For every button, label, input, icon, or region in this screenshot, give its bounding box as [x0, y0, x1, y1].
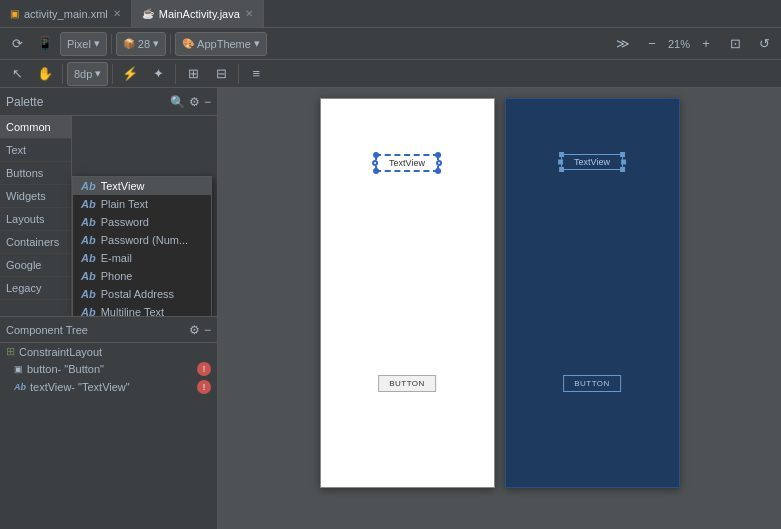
guidelines-button[interactable]: ⚡ — [117, 62, 143, 86]
comp-tree-textview[interactable]: Ab textView- "TextView" ! — [0, 378, 217, 396]
palette-cat-buttons[interactable]: Buttons — [0, 162, 71, 185]
constraint-layout-icon: ⊞ — [6, 345, 15, 358]
design-canvas[interactable]: TextView BUTTON TextView BUTTON — [218, 88, 781, 529]
api-icon: 📦 — [123, 38, 135, 49]
api-dropdown[interactable]: 📦 28 ▾ — [116, 32, 166, 56]
comp-tree-constraint-layout[interactable]: ⊞ ConstraintLayout — [0, 343, 217, 360]
handle-mr[interactable] — [436, 160, 442, 166]
orientation-button[interactable]: ⟳ — [4, 32, 30, 56]
handle-dark-tl[interactable] — [559, 152, 564, 157]
xml-file-icon: ▣ — [10, 8, 19, 19]
handle-br[interactable] — [435, 168, 441, 174]
tab-activity-main-xml[interactable]: ▣ activity_main.xml ✕ — [0, 0, 132, 27]
password-icon: Ab — [81, 216, 96, 228]
toolbar2-sep4 — [238, 64, 239, 84]
handle-dark-tr[interactable] — [620, 152, 625, 157]
comp-tree-settings-icon[interactable]: ⚙ — [189, 323, 200, 337]
margin-dropdown[interactable]: 8dp ▾ — [67, 62, 108, 86]
postal-icon: Ab — [81, 288, 96, 300]
device-dropdown[interactable]: Pixel ▾ — [60, 32, 107, 56]
palette-item-label: TextView — [101, 180, 145, 192]
zoom-out-button[interactable]: − — [639, 32, 665, 56]
device-type-button[interactable]: 📱 — [32, 32, 58, 56]
format-button[interactable]: ≡ — [243, 62, 269, 86]
palette-cat-layouts[interactable]: Layouts — [0, 208, 71, 231]
palette-cat-google[interactable]: Google — [0, 254, 71, 277]
palette-item-label: Multiline Text — [101, 306, 164, 316]
tab-mainactivity-java[interactable]: ☕ MainActivity.java ✕ — [132, 0, 264, 27]
tab-label: activity_main.xml — [24, 8, 108, 20]
palette-cat-widgets[interactable]: Widgets — [0, 185, 71, 208]
handle-tr[interactable] — [435, 152, 441, 158]
api-dropdown-arrow: ▾ — [153, 37, 159, 50]
palette-item-plaintext[interactable]: Ab Plain Text — [73, 195, 211, 213]
palette-item-phone[interactable]: Ab Phone — [73, 267, 211, 285]
secondary-toolbar: ↖ ✋ 8dp ▾ ⚡ ✦ ⊞ ⊟ ≡ — [0, 60, 781, 88]
palette-cat-legacy[interactable]: Legacy — [0, 277, 71, 300]
fit-screen-button[interactable]: ⊡ — [722, 32, 748, 56]
canvas-button-dark[interactable]: BUTTON — [563, 375, 621, 392]
textview-error-badge: ! — [197, 380, 211, 394]
tab-close-icon[interactable]: ✕ — [113, 8, 121, 19]
palette-item-password-num[interactable]: Ab Password (Num... — [73, 231, 211, 249]
infer-constraints-button[interactable]: ✦ — [145, 62, 171, 86]
theme-icon: 🎨 — [182, 38, 194, 49]
refresh-button[interactable]: ↺ — [751, 32, 777, 56]
theme-dropdown[interactable]: 🎨 AppTheme ▾ — [175, 32, 267, 56]
palette-cat-containers[interactable]: Containers — [0, 231, 71, 254]
tab-close-icon[interactable]: ✕ — [245, 8, 253, 19]
theme-dropdown-label: AppTheme — [197, 38, 251, 50]
toolbar2-sep2 — [112, 64, 113, 84]
textview-item-label: textView- "TextView" — [30, 381, 130, 393]
main-toolbar: ⟳ 📱 Pixel ▾ 📦 28 ▾ 🎨 AppTheme ▾ ≫ − 21% … — [0, 28, 781, 60]
palette-item-multiline[interactable]: Ab Multiline Text — [73, 303, 211, 316]
palette-section: Palette 🔍 ⚙ − Common Text Buttons Widget… — [0, 88, 217, 316]
textview-item-icon: Ab — [14, 382, 26, 392]
palette-item-label: Password — [101, 216, 149, 228]
palette-item-email[interactable]: Ab E-mail — [73, 249, 211, 267]
palette-items-dropdown: Ab TextView Ab Plain Text Ab Password — [72, 176, 212, 316]
zoom-in-button[interactable]: + — [693, 32, 719, 56]
main-area: Palette 🔍 ⚙ − Common Text Buttons Widget… — [0, 88, 781, 529]
button-item-icon: ▣ — [14, 364, 23, 374]
palette-search-icon[interactable]: 🔍 — [170, 95, 185, 109]
handle-tl[interactable] — [373, 152, 379, 158]
palette-header: Palette 🔍 ⚙ − — [0, 88, 217, 116]
pan-mode-button[interactable]: ✋ — [32, 62, 58, 86]
distribute-button[interactable]: ⊟ — [208, 62, 234, 86]
canvas-textview-light-label: TextView — [389, 158, 425, 168]
palette-item-textview[interactable]: Ab TextView — [73, 177, 211, 195]
api-dropdown-label: 28 — [138, 38, 150, 50]
dark-phone-frame: TextView BUTTON — [505, 98, 680, 488]
palette-cat-common[interactable]: Common — [0, 116, 71, 139]
device-dropdown-arrow: ▾ — [94, 37, 100, 50]
select-mode-button[interactable]: ↖ — [4, 62, 30, 86]
multiline-icon: Ab — [81, 306, 96, 316]
canvas-textview-light[interactable]: TextView — [375, 154, 439, 172]
comp-tree-button[interactable]: ▣ button- "Button" ! — [0, 360, 217, 378]
palette-item-label: Password (Num... — [101, 234, 188, 246]
handle-dark-mr[interactable] — [621, 160, 626, 165]
palette-items-scroll[interactable]: Ab TextView Ab Plain Text Ab Password — [73, 177, 211, 316]
component-tree-title: Component Tree — [6, 324, 189, 336]
palette-item-postal[interactable]: Ab Postal Address — [73, 285, 211, 303]
handle-bl[interactable] — [373, 168, 379, 174]
comp-tree-collapse-icon[interactable]: − — [204, 323, 211, 337]
handle-dark-bl[interactable] — [559, 167, 564, 172]
canvas-button-light[interactable]: BUTTON — [378, 375, 436, 392]
palette-cat-text[interactable]: Text — [0, 139, 71, 162]
handle-dark-br[interactable] — [620, 167, 625, 172]
more-options-button[interactable]: ≫ — [610, 32, 636, 56]
canvas-textview-dark-label: TextView — [574, 157, 610, 167]
handle-ml[interactable] — [372, 160, 378, 166]
palette-item-password[interactable]: Ab Password — [73, 213, 211, 231]
palette-collapse-icon[interactable]: − — [204, 95, 211, 109]
handle-dark-ml[interactable] — [558, 160, 563, 165]
palette-settings-icon[interactable]: ⚙ — [189, 95, 200, 109]
align-button[interactable]: ⊞ — [180, 62, 206, 86]
margin-dropdown-label: 8dp — [74, 68, 92, 80]
palette-body: Common Text Buttons Widgets Layouts Cont… — [0, 116, 217, 316]
canvas-textview-dark[interactable]: TextView — [561, 154, 623, 170]
device-dropdown-label: Pixel — [67, 38, 91, 50]
zoom-level-label: 21% — [668, 38, 690, 50]
